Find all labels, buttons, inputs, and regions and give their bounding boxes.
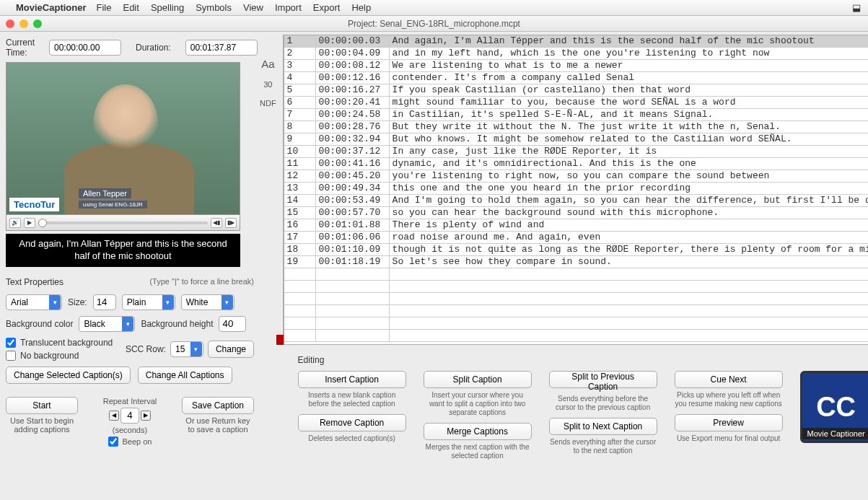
- caption-row[interactable]: 1300:00:49.34this one and the one you he…: [284, 183, 868, 195]
- caption-row-text[interactable]: road noise around me. And again, even: [390, 232, 868, 243]
- caption-row-timecode[interactable]: 00:00:57.70: [316, 207, 390, 219]
- caption-row-text[interactable]: this one and the one you heard in the pr…: [390, 183, 868, 194]
- caption-row[interactable]: 1600:01:01.88There is plenty of wind and: [284, 219, 868, 232]
- menu-help[interactable]: Help: [351, 2, 371, 13]
- caption-row[interactable]: 1400:00:53.49And I'm going to hold them …: [284, 195, 868, 207]
- caption-row-text[interactable]: So let's see how they compare in sound.: [390, 256, 868, 268]
- bgcolor-select[interactable]: Black: [79, 316, 135, 332]
- remove-caption-button[interactable]: Remove Caption: [298, 414, 406, 431]
- caption-row-timecode[interactable]: 00:00:24.58: [316, 109, 390, 120]
- caption-row-timecode[interactable]: 00:01:01.88: [316, 219, 390, 231]
- caption-row[interactable]: 400:00:12.16contender. It's from a compa…: [284, 72, 868, 84]
- caption-row[interactable]: 1100:00:41.16dynamic, and it's omnidirec…: [284, 158, 868, 170]
- insert-caption-button[interactable]: Insert Caption: [298, 371, 406, 388]
- caption-row[interactable]: 800:00:28.76But they write it without th…: [284, 121, 868, 133]
- style-select[interactable]: Plain: [122, 294, 175, 310]
- minimize-icon[interactable]: [19, 19, 28, 28]
- change-selected-button[interactable]: Change Selected Caption(s): [6, 367, 131, 384]
- split-prev-button[interactable]: Split to Previous Caption: [549, 371, 657, 388]
- caption-row[interactable]: 1500:00:57.70so you can hear the backgro…: [284, 207, 868, 219]
- scrub-slider[interactable]: [38, 222, 208, 224]
- menu-export[interactable]: Export: [313, 2, 341, 13]
- caption-row[interactable]: 300:00:08.12We are listening to what is …: [284, 60, 868, 72]
- caption-row-text[interactable]: There is plenty of wind and: [390, 219, 868, 231]
- repeat-increment-button[interactable]: ▶: [141, 411, 151, 421]
- menu-view[interactable]: View: [243, 2, 263, 13]
- caption-row-timecode[interactable]: 00:00:12.16: [316, 72, 390, 84]
- caption-row-text[interactable]: And I'm going to hold them again, so you…: [390, 195, 868, 206]
- caption-row-text[interactable]: But they write it without the N. The jus…: [390, 121, 868, 133]
- beep-checkbox[interactable]: [108, 437, 118, 447]
- menu-symbols[interactable]: Symbols: [196, 2, 232, 13]
- caption-row-timecode[interactable]: 00:01:18.19: [316, 256, 390, 268]
- caption-row[interactable]: 1000:00:37.12In any case, just like the …: [284, 146, 868, 158]
- font-size-indicator[interactable]: Aa: [260, 58, 276, 70]
- sccrow-select[interactable]: 15: [170, 341, 203, 357]
- save-caption-button[interactable]: Save Caption: [182, 397, 254, 414]
- caption-row[interactable]: 100:00:00.03And again, I'm Allan Tépper …: [284, 35, 868, 48]
- video-preview[interactable]: Allen Tepper using Senal ENG-18JR TecnoT…: [6, 62, 240, 215]
- caption-row-text[interactable]: We are listening to what is to me a newe…: [390, 60, 868, 71]
- text-color-select[interactable]: White: [181, 294, 234, 310]
- repeat-decrement-button[interactable]: ◀: [109, 411, 119, 421]
- step-back-icon[interactable]: ◀▮: [211, 218, 222, 228]
- caption-row-text[interactable]: If you speak Castilian (or castellano) t…: [390, 84, 868, 96]
- caption-row-text[interactable]: though it is not quite as long as the RØ…: [390, 244, 868, 255]
- cue-next-button[interactable]: Cue Next: [675, 371, 783, 388]
- caption-row-timecode[interactable]: 00:00:08.12: [316, 60, 390, 71]
- zoom-icon[interactable]: [33, 19, 42, 28]
- caption-row[interactable]: 500:00:16.27If you speak Castilian (or c…: [284, 84, 868, 97]
- caption-row-timecode[interactable]: 00:00:28.76: [316, 121, 390, 133]
- split-next-button[interactable]: Split to Next Caption: [549, 418, 657, 435]
- caption-row-text[interactable]: so you can hear the background sound wit…: [390, 207, 868, 219]
- start-button[interactable]: Start: [6, 397, 78, 414]
- caption-row-text[interactable]: And again, I'm Allan Tépper and this is …: [390, 35, 868, 47]
- caption-row-text[interactable]: But who knows. It might be somehow relat…: [390, 133, 868, 145]
- caption-row-timecode[interactable]: 00:01:10.09: [316, 244, 390, 255]
- change-all-button[interactable]: Change All Captions: [138, 367, 232, 384]
- menu-file[interactable]: File: [97, 2, 112, 13]
- caption-row[interactable]: 900:00:32.94But who knows. It might be s…: [284, 133, 868, 146]
- caption-row-timecode[interactable]: 00:00:00.03: [316, 35, 390, 47]
- caption-row[interactable]: 1800:01:10.09though it is not quite as l…: [284, 244, 868, 256]
- caption-row-timecode[interactable]: 00:00:53.49: [316, 195, 390, 206]
- duration-field[interactable]: [185, 40, 258, 56]
- menu-import[interactable]: Import: [275, 2, 302, 13]
- caption-row-timecode[interactable]: 00:00:04.09: [316, 48, 390, 59]
- caption-row-timecode[interactable]: 00:01:06.06: [316, 232, 390, 243]
- caption-row-timecode[interactable]: 00:00:49.34: [316, 183, 390, 194]
- caption-row[interactable]: 1200:00:45.20you're listening to right n…: [284, 170, 868, 183]
- sccrow-change-button[interactable]: Change: [208, 341, 254, 358]
- caption-row-text[interactable]: dynamic, and it's omnidirectional. And t…: [390, 158, 868, 170]
- caption-row-text[interactable]: and in my left hand, which is the one yo…: [390, 48, 868, 59]
- merge-captions-button[interactable]: Merge Captions: [424, 423, 532, 440]
- caption-row-text[interactable]: In any case, just like the RØDE Reporter…: [390, 146, 868, 157]
- mute-icon[interactable]: 🔊: [9, 218, 21, 228]
- caption-grid[interactable]: 100:00:00.03And again, I'm Allan Tépper …: [284, 35, 868, 345]
- caption-row-text[interactable]: you're listening to right now, so you ca…: [390, 170, 868, 182]
- split-caption-button[interactable]: Split Caption: [424, 371, 532, 388]
- caption-row-timecode[interactable]: 00:00:41.16: [316, 158, 390, 170]
- caption-row[interactable]: 200:00:04.09and in my left hand, which i…: [284, 48, 868, 60]
- caption-row-text[interactable]: contender. It's from a company called Se…: [390, 72, 868, 84]
- caption-row-text[interactable]: might sound familiar to you, because the…: [390, 97, 868, 108]
- current-time-field[interactable]: [49, 40, 121, 56]
- caption-row-timecode[interactable]: 00:00:32.94: [316, 133, 390, 145]
- font-select[interactable]: Arial: [6, 294, 62, 310]
- caption-row[interactable]: 600:00:20.41might sound familiar to you,…: [284, 97, 868, 109]
- caption-row[interactable]: 700:00:24.58in Castilian, it's spelled S…: [284, 109, 868, 121]
- app-name[interactable]: MovieCaptioner: [16, 2, 87, 13]
- nobg-checkbox[interactable]: [6, 351, 16, 361]
- caption-row[interactable]: 1900:01:18.19So let's see how they compa…: [284, 256, 868, 268]
- menu-edit[interactable]: Edit: [123, 2, 139, 13]
- repeat-value-field[interactable]: [120, 408, 139, 424]
- size-field[interactable]: [93, 294, 116, 310]
- preview-button[interactable]: Preview: [675, 414, 783, 431]
- step-fwd-icon[interactable]: ▮▶: [225, 218, 237, 228]
- menu-spelling[interactable]: Spelling: [151, 2, 184, 13]
- playhead-marker[interactable]: [276, 335, 284, 345]
- caption-row[interactable]: 1700:01:06.06road noise around me. And a…: [284, 232, 868, 244]
- caption-row-timecode[interactable]: 00:00:45.20: [316, 170, 390, 182]
- close-icon[interactable]: [6, 19, 14, 28]
- bgheight-field[interactable]: [219, 316, 246, 332]
